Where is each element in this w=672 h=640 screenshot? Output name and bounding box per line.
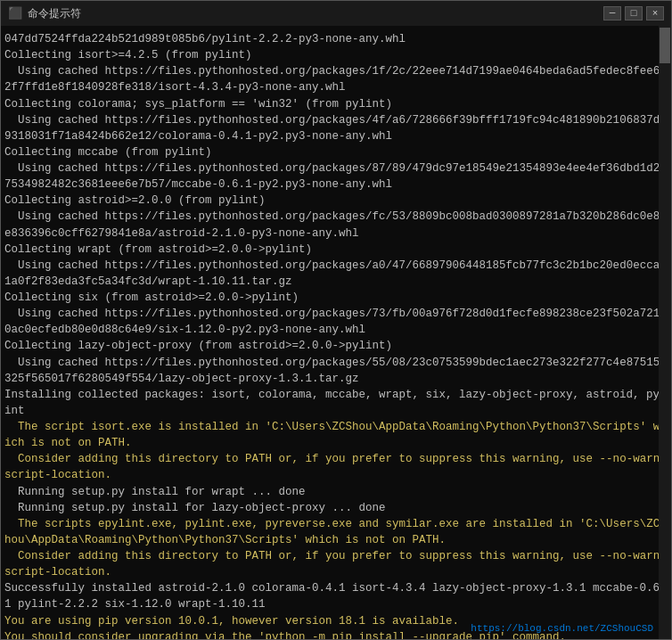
maximize-button[interactable]: □ — [625, 6, 643, 21]
titlebar: ⬛ 命令提示符 ─ □ × — [1, 1, 671, 26]
terminal-text: 047dd7524ffda224b521d989t085b6/pylint-2.… — [4, 31, 668, 639]
close-button[interactable]: × — [646, 6, 664, 21]
terminal-output: 047dd7524ffda224b521d989t085b6/pylint-2.… — [1, 26, 671, 639]
window-controls: ─ □ × — [603, 6, 664, 21]
minimize-button[interactable]: ─ — [603, 6, 621, 21]
scrollbar-thumb[interactable] — [660, 28, 670, 63]
watermark: https://blog.csdn.net/ZCShouCSD — [471, 623, 653, 634]
terminal-icon: ⬛ — [8, 6, 22, 21]
scrollbar-track[interactable] — [659, 26, 671, 639]
window-title: 命令提示符 — [28, 6, 81, 21]
terminal-window: ⬛ 命令提示符 ─ □ × 047dd7524ffda224b521d989t0… — [0, 0, 672, 640]
